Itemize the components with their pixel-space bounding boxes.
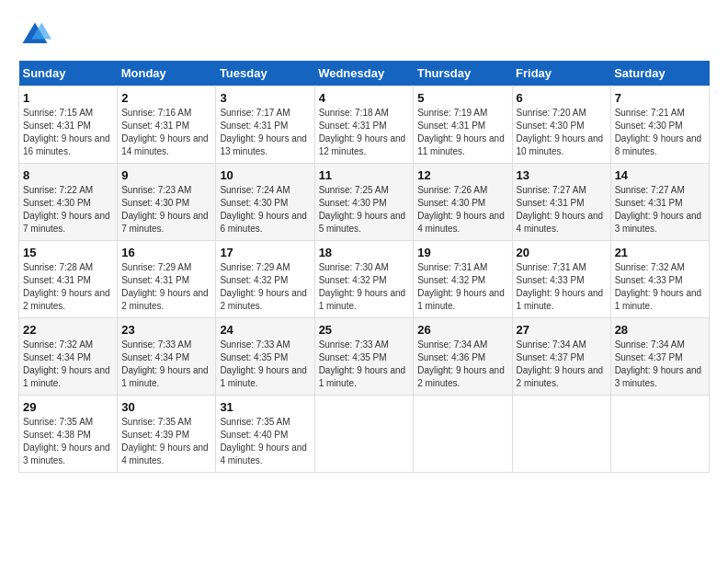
day-info: Sunrise: 7:34 AM Sunset: 4:37 PM Dayligh… (615, 339, 705, 390)
day-info: Sunrise: 7:29 AM Sunset: 4:32 PM Dayligh… (220, 261, 310, 313)
day-info: Sunrise: 7:19 AM Sunset: 4:31 PM Dayligh… (417, 107, 507, 158)
day-cell: 28Sunrise: 7:34 AM Sunset: 4:37 PM Dayli… (610, 318, 709, 396)
day-info: Sunrise: 7:32 AM Sunset: 4:33 PM Dayligh… (615, 261, 705, 313)
day-cell: 13Sunrise: 7:27 AM Sunset: 4:31 PM Dayli… (512, 164, 610, 241)
day-info: Sunrise: 7:35 AM Sunset: 4:40 PM Dayligh… (220, 416, 310, 467)
day-number: 18 (319, 246, 410, 259)
day-number: 24 (220, 323, 310, 337)
day-number: 3 (220, 91, 310, 105)
day-cell: 15Sunrise: 7:28 AM Sunset: 4:31 PM Dayli… (19, 241, 118, 318)
day-cell: 17Sunrise: 7:29 AM Sunset: 4:32 PM Dayli… (216, 241, 314, 318)
day-number: 9 (121, 168, 211, 182)
day-info: Sunrise: 7:28 AM Sunset: 4:31 PM Dayligh… (23, 261, 113, 313)
page-header (18, 18, 710, 52)
day-cell: 5Sunrise: 7:19 AM Sunset: 4:31 PM Daylig… (414, 86, 512, 164)
day-cell: 29Sunrise: 7:35 AM Sunset: 4:38 PM Dayli… (19, 396, 118, 473)
day-info: Sunrise: 7:34 AM Sunset: 4:37 PM Dayligh… (517, 339, 607, 390)
day-info: Sunrise: 7:25 AM Sunset: 4:30 PM Dayligh… (319, 184, 410, 236)
day-cell: 10Sunrise: 7:24 AM Sunset: 4:30 PM Dayli… (216, 164, 314, 241)
day-info: Sunrise: 7:23 AM Sunset: 4:30 PM Dayligh… (121, 184, 211, 236)
day-number: 25 (319, 323, 410, 337)
day-info: Sunrise: 7:31 AM Sunset: 4:32 PM Dayligh… (417, 261, 507, 313)
day-number: 4 (319, 91, 410, 105)
day-number: 8 (23, 168, 113, 182)
day-info: Sunrise: 7:35 AM Sunset: 4:38 PM Dayligh… (23, 416, 113, 467)
header-row: SundayMondayTuesdayWednesdayThursdayFrid… (19, 61, 710, 86)
day-cell (414, 396, 512, 473)
day-cell: 30Sunrise: 7:35 AM Sunset: 4:39 PM Dayli… (118, 396, 216, 473)
day-cell: 22Sunrise: 7:32 AM Sunset: 4:34 PM Dayli… (19, 318, 118, 396)
day-cell: 19Sunrise: 7:31 AM Sunset: 4:32 PM Dayli… (414, 241, 512, 318)
day-number: 10 (220, 168, 310, 182)
week-row-3: 15Sunrise: 7:28 AM Sunset: 4:31 PM Dayli… (19, 241, 710, 318)
day-info: Sunrise: 7:30 AM Sunset: 4:32 PM Dayligh… (319, 261, 410, 313)
day-info: Sunrise: 7:16 AM Sunset: 4:31 PM Dayligh… (121, 107, 211, 158)
day-info: Sunrise: 7:33 AM Sunset: 4:34 PM Dayligh… (121, 339, 211, 390)
day-cell: 26Sunrise: 7:34 AM Sunset: 4:36 PM Dayli… (414, 318, 512, 396)
col-header-sunday: Sunday (19, 61, 118, 86)
day-number: 7 (615, 91, 705, 105)
day-number: 1 (23, 91, 113, 105)
day-number: 11 (319, 168, 410, 182)
col-header-friday: Friday (512, 61, 610, 86)
day-info: Sunrise: 7:33 AM Sunset: 4:35 PM Dayligh… (220, 339, 310, 390)
day-number: 27 (517, 323, 607, 337)
week-row-2: 8Sunrise: 7:22 AM Sunset: 4:30 PM Daylig… (19, 164, 710, 241)
logo-icon (18, 18, 51, 52)
day-number: 14 (615, 168, 705, 182)
day-info: Sunrise: 7:26 AM Sunset: 4:30 PM Dayligh… (417, 184, 507, 236)
day-number: 20 (517, 246, 607, 259)
day-cell: 2Sunrise: 7:16 AM Sunset: 4:31 PM Daylig… (118, 86, 216, 164)
day-cell: 27Sunrise: 7:34 AM Sunset: 4:37 PM Dayli… (512, 318, 610, 396)
week-row-4: 22Sunrise: 7:32 AM Sunset: 4:34 PM Dayli… (19, 318, 710, 396)
day-number: 31 (220, 400, 310, 414)
day-cell: 4Sunrise: 7:18 AM Sunset: 4:31 PM Daylig… (314, 86, 414, 164)
day-number: 13 (517, 168, 607, 182)
day-number: 29 (23, 400, 113, 414)
day-info: Sunrise: 7:24 AM Sunset: 4:30 PM Dayligh… (220, 184, 310, 236)
day-number: 6 (517, 91, 607, 105)
day-info: Sunrise: 7:15 AM Sunset: 4:31 PM Dayligh… (23, 107, 113, 158)
day-cell (512, 396, 610, 473)
day-number: 26 (417, 323, 507, 337)
col-header-tuesday: Tuesday (216, 61, 314, 86)
col-header-monday: Monday (118, 61, 216, 86)
day-number: 15 (23, 246, 113, 259)
day-cell: 8Sunrise: 7:22 AM Sunset: 4:30 PM Daylig… (19, 164, 118, 241)
day-number: 16 (121, 246, 211, 259)
day-number: 21 (615, 246, 705, 259)
logo (18, 18, 55, 52)
day-info: Sunrise: 7:34 AM Sunset: 4:36 PM Dayligh… (417, 339, 507, 390)
day-info: Sunrise: 7:20 AM Sunset: 4:30 PM Dayligh… (517, 107, 607, 158)
day-cell (610, 396, 709, 473)
col-header-thursday: Thursday (414, 61, 512, 86)
calendar-table: SundayMondayTuesdayWednesdayThursdayFrid… (18, 61, 710, 473)
day-cell: 23Sunrise: 7:33 AM Sunset: 4:34 PM Dayli… (118, 318, 216, 396)
day-cell: 16Sunrise: 7:29 AM Sunset: 4:31 PM Dayli… (118, 241, 216, 318)
day-info: Sunrise: 7:35 AM Sunset: 4:39 PM Dayligh… (121, 416, 211, 467)
day-info: Sunrise: 7:27 AM Sunset: 4:31 PM Dayligh… (517, 184, 607, 236)
day-cell: 12Sunrise: 7:26 AM Sunset: 4:30 PM Dayli… (414, 164, 512, 241)
day-cell: 24Sunrise: 7:33 AM Sunset: 4:35 PM Dayli… (216, 318, 314, 396)
day-info: Sunrise: 7:32 AM Sunset: 4:34 PM Dayligh… (23, 339, 113, 390)
col-header-wednesday: Wednesday (314, 61, 414, 86)
day-cell: 9Sunrise: 7:23 AM Sunset: 4:30 PM Daylig… (118, 164, 216, 241)
day-info: Sunrise: 7:17 AM Sunset: 4:31 PM Dayligh… (220, 107, 310, 158)
day-cell: 7Sunrise: 7:21 AM Sunset: 4:30 PM Daylig… (610, 86, 709, 164)
day-info: Sunrise: 7:18 AM Sunset: 4:31 PM Dayligh… (319, 107, 410, 158)
day-number: 30 (121, 400, 211, 414)
day-info: Sunrise: 7:31 AM Sunset: 4:33 PM Dayligh… (517, 261, 607, 313)
day-cell: 3Sunrise: 7:17 AM Sunset: 4:31 PM Daylig… (216, 86, 314, 164)
day-cell: 14Sunrise: 7:27 AM Sunset: 4:31 PM Dayli… (610, 164, 709, 241)
day-number: 12 (417, 168, 507, 182)
day-number: 5 (417, 91, 507, 105)
day-cell: 31Sunrise: 7:35 AM Sunset: 4:40 PM Dayli… (216, 396, 314, 473)
week-row-5: 29Sunrise: 7:35 AM Sunset: 4:38 PM Dayli… (19, 396, 710, 473)
day-info: Sunrise: 7:27 AM Sunset: 4:31 PM Dayligh… (615, 184, 705, 236)
day-info: Sunrise: 7:29 AM Sunset: 4:31 PM Dayligh… (121, 261, 211, 313)
day-info: Sunrise: 7:33 AM Sunset: 4:35 PM Dayligh… (319, 339, 410, 390)
col-header-saturday: Saturday (610, 61, 709, 86)
week-row-1: 1Sunrise: 7:15 AM Sunset: 4:31 PM Daylig… (19, 86, 710, 164)
day-cell: 1Sunrise: 7:15 AM Sunset: 4:31 PM Daylig… (19, 86, 118, 164)
day-cell: 6Sunrise: 7:20 AM Sunset: 4:30 PM Daylig… (512, 86, 610, 164)
